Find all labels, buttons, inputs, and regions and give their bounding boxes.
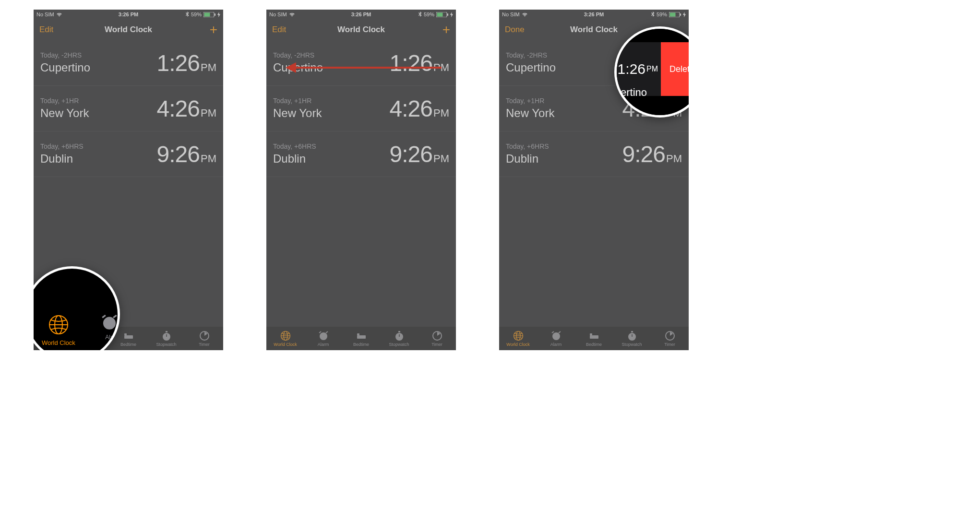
nav-bar: Edit World Clock +: [266, 19, 456, 40]
globe-icon: [513, 331, 524, 341]
tab-bar: World Clock Alarm Bedtime Stopwatch Time…: [499, 326, 689, 350]
tab-label: World Clock: [506, 342, 529, 347]
tab-stopwatch[interactable]: Stopwatch: [613, 327, 651, 350]
time-label: 4:26 PM: [390, 95, 449, 122]
delete-button[interactable]: Delete: [661, 42, 689, 96]
city-label: New York: [273, 106, 322, 120]
tab-timer[interactable]: Timer: [418, 327, 456, 350]
tab-label: Timer: [199, 342, 210, 347]
stopwatch-icon: [161, 331, 172, 341]
tab-label: Bedtime: [120, 342, 136, 347]
tab-timer[interactable]: Timer: [651, 327, 689, 350]
offset-label: Today, -2HRS: [506, 51, 556, 59]
time-label: 4:26 PM: [157, 95, 216, 122]
offset-label: Today, +1HR: [506, 97, 554, 105]
clock-row[interactable]: Today, +6HRS Dublin 9:26 PM: [499, 131, 689, 177]
svg-point-27: [320, 332, 327, 340]
city-label: Cupertino: [40, 61, 90, 74]
clock-row[interactable]: Today, +6HRS Dublin 9:26 PM: [34, 131, 223, 177]
svg-line-20: [113, 315, 117, 318]
swipe-arrow-annotation: [286, 62, 442, 72]
screenshot-1: No SIM 3:26 PM 59% Edit World Clock + To…: [34, 10, 223, 350]
globe-icon: [48, 314, 69, 335]
city-label: Cupertino: [506, 61, 556, 74]
tab-label: Alarm: [550, 342, 562, 347]
city-label: Dublin: [40, 152, 84, 165]
svg-rect-31: [357, 333, 359, 335]
tab-world-clock[interactable]: World Clock: [499, 327, 537, 350]
svg-rect-9: [124, 335, 133, 339]
svg-rect-45: [590, 335, 598, 339]
city-partial-label: ertino: [621, 86, 647, 99]
svg-point-18: [103, 317, 116, 330]
clock-row[interactable]: Today, +1HR New York 4:26 PM: [34, 86, 223, 131]
time-label: 9:26 PM: [390, 141, 449, 167]
status-bar: No SIM 3:26 PM 59%: [266, 10, 456, 19]
done-button[interactable]: Done: [505, 25, 525, 35]
offset-label: Today, -2HRS: [40, 51, 90, 59]
svg-point-42: [552, 332, 560, 340]
tab-stopwatch[interactable]: Stopwatch: [380, 327, 418, 350]
tab-bar: World Clock Alarm Bedtime Stopwatch Time…: [266, 326, 456, 350]
svg-rect-46: [590, 333, 592, 335]
time-hm: 1:26: [618, 61, 645, 77]
city-label: Dublin: [506, 152, 549, 165]
clock-row[interactable]: Today, +6HRS Dublin 9:26 PM: [266, 131, 456, 177]
tab-world-clock[interactable]: World Clock: [266, 327, 304, 350]
tab-bedtime[interactable]: Bedtime: [575, 327, 613, 350]
svg-line-43: [552, 331, 554, 333]
svg-rect-12: [166, 331, 167, 332]
clock-row[interactable]: Today, -2HRS Cupertino 1:26 PM: [34, 40, 223, 86]
tab-alarm[interactable]: Alarm: [304, 327, 342, 350]
edit-button[interactable]: Edit: [39, 25, 53, 35]
tab-label: Stopwatch: [389, 342, 409, 347]
alarm-icon: [551, 331, 562, 341]
svg-line-44: [559, 331, 561, 333]
status-time: 3:26 PM: [266, 12, 456, 17]
tab-bedtime[interactable]: Bedtime: [342, 327, 380, 350]
svg-line-29: [326, 331, 328, 333]
tab-label: World Clock: [42, 339, 75, 346]
tab-alarm[interactable]: Alarm: [537, 327, 575, 350]
status-bar: No SIM 3:26 PM 59%: [499, 10, 689, 19]
city-label: New York: [40, 106, 89, 120]
time-label: 1:26 PM: [157, 50, 216, 76]
tab-label: Timer: [431, 342, 442, 347]
time-label: 9:26 PM: [622, 141, 682, 167]
tab-label: Bedtime: [586, 342, 602, 347]
bedtime-icon: [356, 331, 367, 341]
offset-label: Today, +1HR: [273, 97, 322, 105]
tab-label: Stopwatch: [621, 342, 642, 347]
add-button[interactable]: +: [442, 23, 450, 36]
alarm-icon: [101, 314, 118, 331]
tab-label: Timer: [664, 342, 675, 347]
status-bar: No SIM 3:26 PM 59%: [34, 10, 223, 19]
clock-row[interactable]: Today, +1HR New York 4:26 PM: [266, 86, 456, 131]
offset-label: Today, +6HRS: [40, 142, 84, 150]
nav-title: World Clock: [34, 25, 223, 35]
stopwatch-icon: [627, 331, 637, 341]
svg-line-28: [319, 331, 321, 333]
tab-timer[interactable]: Timer: [185, 327, 223, 350]
offset-label: Today, -2HRS: [273, 51, 323, 59]
timer-icon: [665, 331, 675, 341]
time-label: 9:26 PM: [157, 141, 216, 167]
tab-label-partial: Ala: [105, 334, 113, 341]
offset-label: Today, +1HR: [40, 97, 89, 105]
time-ampm: PM: [646, 65, 658, 73]
globe-icon: [280, 331, 291, 341]
tab-label: Alarm: [318, 342, 329, 347]
status-time: 3:26 PM: [34, 12, 223, 17]
alarm-icon: [318, 331, 329, 341]
bedtime-icon: [589, 331, 599, 341]
add-button[interactable]: +: [210, 23, 217, 36]
svg-rect-30: [357, 335, 366, 339]
city-label: New York: [506, 106, 554, 120]
stopwatch-icon: [394, 331, 405, 341]
tab-label: Bedtime: [353, 342, 369, 347]
svg-line-19: [102, 315, 106, 318]
offset-label: Today, +6HRS: [273, 142, 316, 150]
svg-rect-48: [631, 331, 633, 332]
tab-stopwatch[interactable]: Stopwatch: [147, 327, 185, 350]
edit-button[interactable]: Edit: [272, 25, 286, 35]
